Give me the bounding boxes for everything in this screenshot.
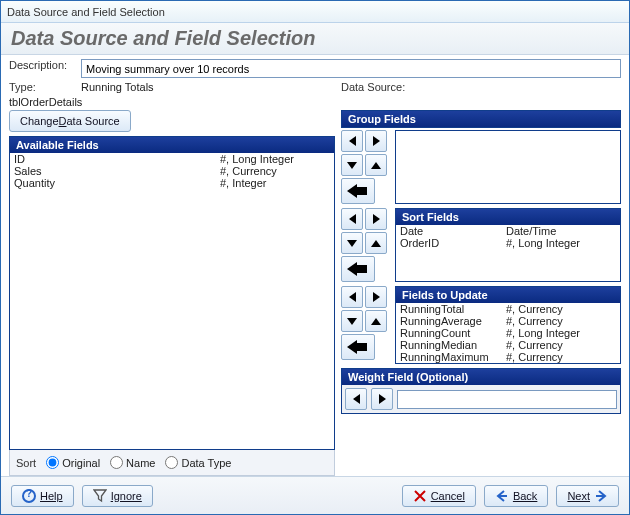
update-remove-button[interactable] [341,334,375,360]
weight-prev-button[interactable] [345,388,367,410]
sort-move-left-button[interactable] [341,208,363,230]
sort-remove-button[interactable] [341,256,375,282]
update-move-up-button[interactable] [365,310,387,332]
change-data-source-button[interactable]: Change Data Source [9,110,131,132]
sort-label: Sort [16,457,36,469]
sort-name-radio[interactable]: Name [110,456,155,469]
ignore-button[interactable]: Ignore [82,485,153,507]
sort-fields-title: Sort Fields [396,209,620,225]
type-value: Running Totals [81,81,331,93]
type-label: Type: [9,81,81,93]
available-fields-title: Available Fields [10,137,334,153]
triangle-up-icon [371,162,381,169]
triangle-right-icon [379,394,386,404]
description-label: Description: [9,59,81,78]
update-fields-panel: Fields to Update RunningTotal#, Currency… [395,286,621,364]
triangle-right-icon [373,292,380,302]
triangle-left-icon [349,214,356,224]
group-fields-title: Group Fields [342,111,620,127]
filter-icon [93,489,107,503]
triangle-left-icon [349,136,356,146]
arrow-left-icon [347,262,369,276]
list-item[interactable]: RunningMaximum#, Currency [396,351,620,363]
arrow-left-icon [495,489,509,503]
triangle-up-icon [371,240,381,247]
datasource-label: Data Source: [341,81,621,93]
update-fields-list[interactable]: RunningTotal#, CurrencyRunningAverage#, … [396,303,620,363]
sort-fields-arrows [341,208,391,282]
triangle-right-icon [373,136,380,146]
update-move-left-button[interactable] [341,286,363,308]
help-icon [22,489,36,503]
list-item[interactable]: RunningCount#, Long Integer [396,327,620,339]
list-item[interactable]: Quantity#, Integer [10,177,334,189]
sort-move-up-button[interactable] [365,232,387,254]
group-fields-panel [395,130,621,204]
triangle-down-icon [347,318,357,325]
sort-move-down-button[interactable] [341,232,363,254]
list-item[interactable]: Sales#, Currency [10,165,334,177]
datasource-value: tblOrderDetails [9,96,81,108]
sort-datatype-radio[interactable]: Data Type [165,456,231,469]
cancel-button[interactable]: Cancel [402,485,476,507]
sort-fields-list[interactable]: DateDate/TimeOrderID#, Long Integer [396,225,620,281]
weight-field-input[interactable] [397,390,617,409]
help-button[interactable]: Help [11,485,74,507]
sort-fields-panel: Sort Fields DateDate/TimeOrderID#, Long … [395,208,621,282]
wizard-footer: Help Ignore Cancel Back Next [1,476,629,514]
update-fields-arrows [341,286,391,364]
update-fields-title: Fields to Update [396,287,620,303]
next-button[interactable]: Next [556,485,619,507]
group-fields-arrows [341,130,391,204]
weight-next-button[interactable] [371,388,393,410]
update-move-down-button[interactable] [341,310,363,332]
triangle-down-icon [347,240,357,247]
arrow-right-icon [594,489,608,503]
page-title: Data Source and Field Selection [1,23,629,55]
available-sort-bar: Sort Original Name Data Type [9,450,335,476]
list-item[interactable]: RunningTotal#, Currency [396,303,620,315]
weight-field-panel: Weight Field (Optional) [341,368,621,414]
list-item[interactable]: RunningMedian#, Currency [396,339,620,351]
group-move-up-button[interactable] [365,154,387,176]
list-item[interactable]: ID#, Long Integer [10,153,334,165]
list-item[interactable]: DateDate/Time [396,225,620,237]
triangle-up-icon [371,318,381,325]
window-title: Data Source and Field Selection [7,6,165,18]
weight-field-title: Weight Field (Optional) [342,369,620,385]
list-item[interactable]: OrderID#, Long Integer [396,237,620,249]
sort-original-radio[interactable]: Original [46,456,100,469]
triangle-left-icon [349,292,356,302]
triangle-right-icon [373,214,380,224]
triangle-down-icon [347,162,357,169]
group-remove-button[interactable] [341,178,375,204]
group-fields-list[interactable] [396,131,620,203]
group-move-left-button[interactable] [341,130,363,152]
description-input[interactable] [81,59,621,78]
update-move-right-button[interactable] [365,286,387,308]
available-fields-panel: Available Fields ID#, Long IntegerSales#… [9,136,335,450]
available-fields-list[interactable]: ID#, Long IntegerSales#, CurrencyQuantit… [10,153,334,449]
cancel-icon [413,489,427,503]
arrow-left-icon [347,340,369,354]
arrow-left-icon [347,184,369,198]
list-item[interactable]: RunningAverage#, Currency [396,315,620,327]
group-move-right-button[interactable] [365,130,387,152]
back-button[interactable]: Back [484,485,548,507]
window-titlebar: Data Source and Field Selection [1,1,629,23]
sort-move-right-button[interactable] [365,208,387,230]
triangle-left-icon [353,394,360,404]
group-move-down-button[interactable] [341,154,363,176]
